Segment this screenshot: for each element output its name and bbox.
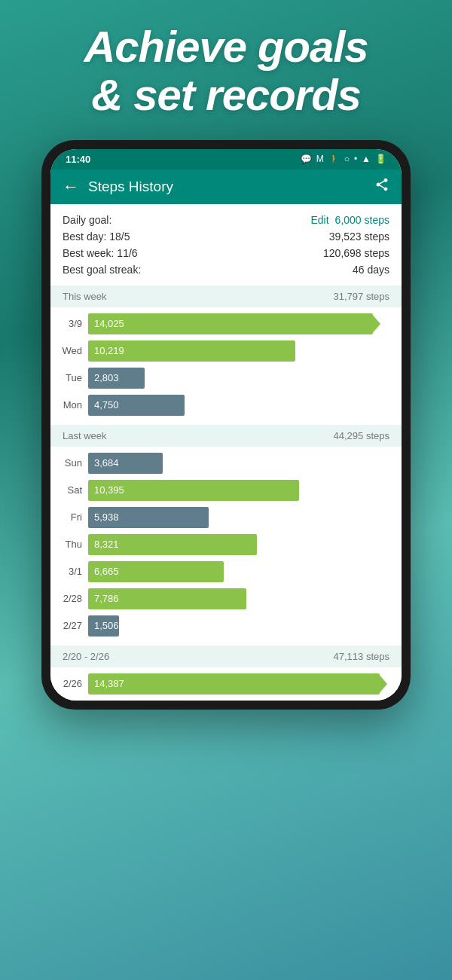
- bar-container: 1,506: [88, 615, 392, 637]
- this-week-header: This week 31,797 steps: [50, 285, 402, 307]
- bar-day-label: 3/1: [60, 566, 82, 577]
- messenger-icon: 💬: [301, 154, 312, 164]
- status-time: 11:40: [66, 154, 90, 165]
- week2-bars: 2/2614,387: [50, 667, 402, 701]
- week2-header: 2/20 - 2/26 47,113 steps: [50, 646, 402, 667]
- bar-day-label: 2/26: [60, 678, 82, 689]
- gmail-icon: M: [316, 154, 324, 164]
- daily-goal-right: Edit 6,000 steps: [310, 214, 389, 226]
- steps-icon: 🚶: [328, 154, 340, 164]
- back-button[interactable]: ←: [63, 177, 79, 197]
- bar-value-label: 2,803: [94, 372, 119, 383]
- bar-day-label: 3/9: [60, 318, 82, 329]
- edit-button[interactable]: Edit: [310, 214, 328, 226]
- week2-label: 2/20 - 2/26: [63, 651, 109, 662]
- hero-line2: & set records: [91, 70, 361, 119]
- step-bar[interactable]: 10,395: [88, 480, 299, 501]
- bar-day-label: 2/28: [60, 593, 82, 604]
- app-bar-title: Steps History: [88, 179, 374, 195]
- status-icons: 💬 M 🚶 ○ • ▲ 🔋: [301, 154, 386, 164]
- best-week-label: Best week: 11/6: [63, 247, 138, 259]
- app-bar: ← Steps History: [50, 169, 402, 204]
- bar-container: 7,786: [88, 588, 392, 609]
- bar-value-label: 14,387: [94, 678, 124, 689]
- best-streak-label: Best goal streak:: [63, 264, 141, 276]
- step-bar[interactable]: 14,387: [88, 673, 380, 695]
- bar-row: Sat10,395: [50, 477, 402, 504]
- wifi-icon: ▲: [362, 154, 371, 164]
- bar-row: Fri5,938: [50, 504, 402, 531]
- best-streak-row: Best goal streak: 46 days: [63, 261, 389, 278]
- last-week-section: Last week 44,295 steps: [50, 425, 402, 447]
- phone-screen: 11:40 💬 M 🚶 ○ • ▲ 🔋 ← Steps History: [50, 149, 402, 701]
- bar-day-label: Wed: [60, 345, 82, 356]
- bar-value-label: 10,395: [94, 484, 124, 496]
- best-day-label: Best day: 18/5: [63, 230, 130, 243]
- stats-section: Daily goal: Edit 6,000 steps Best day: 1…: [50, 204, 402, 282]
- bar-row: Sun3,684: [50, 450, 402, 477]
- bar-row: Mon4,750: [50, 392, 402, 419]
- bar-day-label: 2/27: [60, 620, 82, 631]
- bar-day-label: Sun: [60, 457, 82, 469]
- bar-value-label: 14,025: [94, 318, 124, 329]
- best-week-value: 120,698 steps: [323, 247, 389, 259]
- bar-value-label: 8,321: [94, 539, 119, 550]
- best-day-value: 39,523 steps: [329, 230, 389, 243]
- bar-value-label: 7,786: [94, 593, 119, 604]
- bar-day-label: Tue: [60, 372, 82, 383]
- bar-row: 3/914,025: [50, 310, 402, 337]
- dot-icon: •: [354, 154, 357, 164]
- bar-container: 8,321: [88, 534, 392, 555]
- bar-arrow-icon: [378, 673, 387, 695]
- best-day-row: Best day: 18/5 39,523 steps: [63, 228, 389, 245]
- step-bar[interactable]: 5,938: [88, 507, 209, 528]
- hero-section: Achieve goals & set records: [84, 23, 368, 119]
- bar-value-label: 4,750: [94, 399, 119, 411]
- hero-title: Achieve goals & set records: [84, 23, 368, 119]
- step-bar[interactable]: 3,684: [88, 453, 163, 474]
- daily-goal-label: Daily goal:: [63, 214, 111, 226]
- this-week-bars: 3/914,025Wed10,219Tue2,803Mon4,750: [50, 307, 402, 422]
- status-bar: 11:40 💬 M 🚶 ○ • ▲ 🔋: [50, 149, 402, 169]
- daily-goal-row: Daily goal: Edit 6,000 steps: [63, 212, 389, 228]
- week2-total: 47,113 steps: [334, 651, 389, 662]
- share-button[interactable]: [374, 177, 389, 196]
- phone-frame: 11:40 💬 M 🚶 ○ • ▲ 🔋 ← Steps History: [41, 140, 411, 710]
- bar-row: Tue2,803: [50, 365, 402, 392]
- battery-icon: 🔋: [375, 154, 386, 164]
- bar-value-label: 10,219: [94, 345, 124, 356]
- step-bar[interactable]: 8,321: [88, 534, 257, 555]
- step-bar[interactable]: 1,506: [88, 615, 119, 637]
- bar-container: 2,803: [88, 368, 392, 389]
- last-week-label: Last week: [63, 430, 107, 441]
- best-week-row: Best week: 11/6 120,698 steps: [63, 245, 389, 261]
- week2-section: 2/20 - 2/26 47,113 steps: [50, 646, 402, 667]
- bar-container: 3,684: [88, 453, 392, 474]
- step-bar[interactable]: 7,786: [88, 588, 246, 609]
- bar-row: Thu8,321: [50, 531, 402, 558]
- step-bar[interactable]: 4,750: [88, 395, 185, 416]
- bar-day-label: Sat: [60, 484, 82, 496]
- step-bar[interactable]: 2,803: [88, 368, 145, 389]
- bar-container: 6,665: [88, 561, 392, 582]
- bar-day-label: Fri: [60, 511, 82, 523]
- this-week-label: This week: [63, 291, 107, 302]
- bar-container: 14,387: [88, 673, 392, 695]
- hero-line1: Achieve goals: [84, 22, 368, 71]
- bar-row: 2/271,506: [50, 612, 402, 640]
- step-bar[interactable]: 14,025: [88, 313, 373, 334]
- bar-value-label: 5,938: [94, 511, 119, 523]
- step-bar[interactable]: 6,665: [88, 561, 224, 582]
- bar-container: 14,025: [88, 313, 392, 334]
- bar-arrow-icon: [371, 313, 380, 334]
- bar-value-label: 1,506: [94, 620, 119, 631]
- this-week-section: This week 31,797 steps: [50, 285, 402, 307]
- circle-icon: ○: [344, 154, 350, 164]
- step-bar[interactable]: 10,219: [88, 340, 295, 362]
- bar-value-label: 6,665: [94, 566, 119, 577]
- last-week-header: Last week 44,295 steps: [50, 425, 402, 447]
- bar-day-label: Mon: [60, 399, 82, 411]
- bar-row: Wed10,219: [50, 337, 402, 365]
- last-week-total: 44,295 steps: [334, 430, 389, 441]
- bar-container: 5,938: [88, 507, 392, 528]
